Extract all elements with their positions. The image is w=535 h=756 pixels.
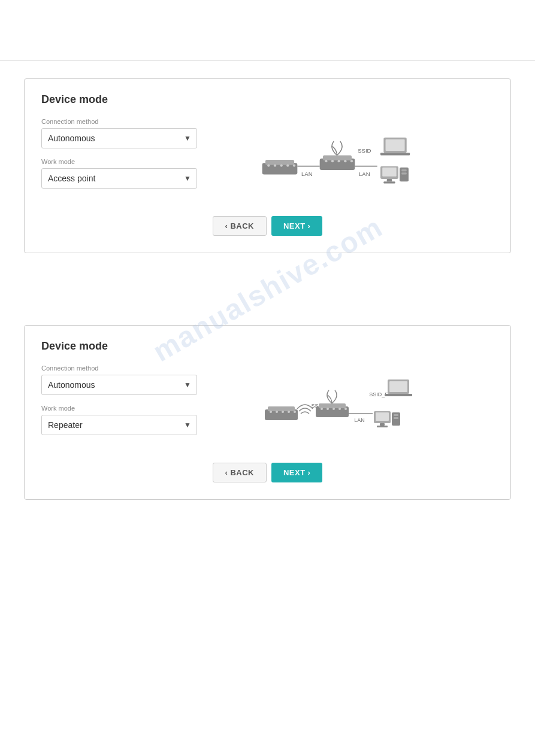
svg-rect-46 xyxy=(389,381,407,392)
back-chevron-icon-2: ‹ xyxy=(225,468,228,477)
svg-point-31 xyxy=(270,411,272,413)
svg-point-4 xyxy=(280,164,282,166)
svg-text:LAN: LAN xyxy=(354,417,365,423)
card1-title: Device mode xyxy=(41,93,494,106)
connection-method-select-wrapper-2[interactable]: Autonomous ▼ xyxy=(41,375,197,395)
connection-method-label: Connection method xyxy=(41,118,209,125)
device-mode-card-1: Device mode Connection method Autonomous… xyxy=(24,78,511,253)
work-mode-label-2: Work mode xyxy=(41,405,209,412)
svg-rect-38 xyxy=(319,403,346,408)
next-chevron-icon-2: › xyxy=(308,468,311,477)
work-mode-label: Work mode xyxy=(41,158,209,165)
connection-method-field-2: Connection method Autonomous ▼ xyxy=(41,365,209,395)
card1-next-button[interactable]: NEXT › xyxy=(271,216,323,236)
svg-point-33 xyxy=(282,411,284,413)
svg-rect-25 xyxy=(383,181,395,183)
work-mode-field-2: Work mode Repeater ▼ xyxy=(41,405,209,435)
svg-point-35 xyxy=(294,411,296,413)
card2-title: Device mode xyxy=(41,340,494,353)
svg-point-40 xyxy=(327,408,329,410)
connection-method-select-wrapper[interactable]: Autonomous ▼ xyxy=(41,128,197,148)
svg-point-11 xyxy=(325,160,327,162)
next-chevron-icon: › xyxy=(308,221,311,230)
svg-rect-51 xyxy=(376,412,389,421)
svg-rect-10 xyxy=(323,156,352,161)
svg-text:SSID: SSID xyxy=(358,147,371,154)
svg-point-34 xyxy=(288,411,290,413)
svg-point-43 xyxy=(344,408,347,410)
svg-rect-55 xyxy=(394,414,398,416)
svg-rect-47 xyxy=(385,394,412,396)
connection-method-label-2: Connection method xyxy=(41,365,209,372)
svg-point-3 xyxy=(273,164,276,166)
card1-diagram: LAN xyxy=(209,118,494,202)
card1-next-label: NEXT xyxy=(283,221,306,230)
svg-point-42 xyxy=(338,408,341,410)
svg-rect-19 xyxy=(380,153,410,155)
card2-footer: ‹ BACK NEXT › xyxy=(41,463,494,482)
device-mode-card-2: Device mode Connection method Autonomous… xyxy=(24,325,511,500)
svg-rect-27 xyxy=(401,169,407,171)
card1-footer: ‹ BACK NEXT › xyxy=(41,216,494,236)
svg-point-32 xyxy=(276,411,278,413)
card2-fields: Connection method Autonomous ▼ Work mode… xyxy=(41,365,209,445)
svg-rect-24 xyxy=(386,179,392,181)
card2-next-label: NEXT xyxy=(283,468,306,477)
back-chevron-icon: ‹ xyxy=(225,221,228,230)
svg-rect-52 xyxy=(380,423,385,426)
card1-back-button[interactable]: ‹ BACK xyxy=(213,216,267,236)
card2-next-button[interactable]: NEXT › xyxy=(271,463,323,482)
svg-rect-30 xyxy=(268,406,295,411)
connection-method-select[interactable]: Autonomous xyxy=(41,128,197,148)
svg-point-12 xyxy=(331,160,333,162)
svg-point-5 xyxy=(286,164,289,166)
svg-rect-1 xyxy=(265,160,294,165)
svg-point-13 xyxy=(337,160,340,162)
section-gap xyxy=(24,271,511,307)
connection-method-select-2[interactable]: Autonomous xyxy=(41,375,197,395)
work-mode-field: Work mode Access point ▼ xyxy=(41,158,209,189)
card1-fields: Connection method Autonomous ▼ Work mode… xyxy=(41,118,209,198)
access-point-diagram: LAN xyxy=(256,124,448,196)
svg-rect-18 xyxy=(385,139,404,151)
work-mode-select-2[interactable]: Repeater xyxy=(41,415,197,435)
svg-point-15 xyxy=(350,160,352,162)
card2-back-button[interactable]: ‹ BACK xyxy=(213,463,267,482)
card1-back-label: BACK xyxy=(230,221,254,230)
work-mode-select-wrapper[interactable]: Access point ▼ xyxy=(41,168,197,189)
svg-point-2 xyxy=(267,164,270,166)
svg-rect-23 xyxy=(382,168,396,177)
work-mode-select-wrapper-2[interactable]: Repeater ▼ xyxy=(41,415,197,435)
card2-back-label: BACK xyxy=(230,468,254,477)
work-mode-select[interactable]: Access point xyxy=(41,168,197,189)
top-divider xyxy=(0,60,535,60)
repeater-diagram: SSID xyxy=(256,371,448,442)
svg-point-14 xyxy=(344,160,346,162)
svg-text:LAN: LAN xyxy=(358,171,370,177)
svg-rect-56 xyxy=(394,417,398,419)
svg-point-41 xyxy=(333,408,335,410)
svg-point-39 xyxy=(321,408,323,410)
svg-rect-53 xyxy=(377,426,388,427)
svg-text:LAN: LAN xyxy=(301,171,312,177)
card2-diagram: SSID xyxy=(209,365,494,448)
connection-method-field: Connection method Autonomous ▼ xyxy=(41,118,209,148)
svg-point-6 xyxy=(292,164,295,166)
svg-rect-28 xyxy=(401,172,407,174)
